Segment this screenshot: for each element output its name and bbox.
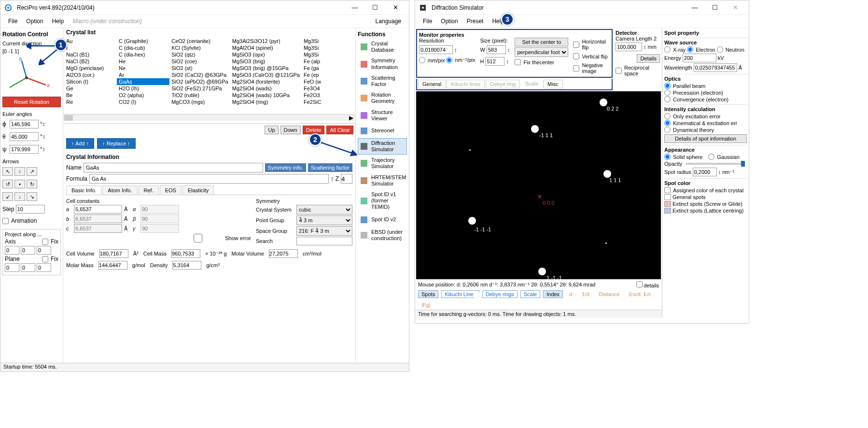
function-item[interactable]: Rotation Geometry (358, 90, 407, 106)
sim-tab-scale[interactable]: Scale (521, 80, 542, 88)
camera-length-input[interactable] (616, 43, 642, 51)
crystal-list-item[interactable]: SiO2 (coe) (169, 58, 230, 65)
crystal-list-item[interactable]: MgSiO3 (brig) @15GPa (230, 65, 302, 71)
center-dot[interactable]: • (14, 180, 25, 188)
plane-fix-checkbox[interactable] (42, 256, 48, 262)
precession-radio[interactable] (664, 89, 671, 96)
neutron-radio[interactable] (717, 46, 723, 53)
negimg-checkbox[interactable] (573, 65, 579, 71)
arrow-sw[interactable]: ↙ (2, 192, 13, 201)
details-checkbox[interactable] (636, 281, 643, 287)
crystal-list-item[interactable]: MgAl2O4 (spinel) (230, 44, 302, 51)
sim-tab-kikuchi[interactable]: Kikuchi lines (447, 80, 485, 88)
axis-fix-checkbox[interactable] (42, 239, 48, 245)
minimize-button-2[interactable]: — (685, 1, 704, 14)
crystal-list-item[interactable]: H2O (Ih) (117, 85, 169, 92)
crystal-list-item[interactable]: FeO (w (302, 78, 354, 85)
display-pill[interactable]: Index (543, 290, 563, 298)
replace-button[interactable]: ↑ Replace ↑ (97, 138, 135, 149)
tab-ref[interactable]: Ref. (139, 185, 159, 195)
sim-tab-debye[interactable]: Debye ring (486, 80, 520, 88)
crystal-list-item[interactable]: SiO2 (aPbO2) @69GPa (169, 78, 230, 85)
allclear-button[interactable]: All Clear (326, 126, 353, 134)
parallel-radio[interactable] (664, 83, 671, 89)
name-input[interactable] (84, 163, 263, 172)
crystal-list-item[interactable]: Mg2SiO4 (wads) 10GPa (230, 92, 302, 99)
sim-tab-misc[interactable]: Misc (543, 80, 563, 88)
crystal-list-item[interactable]: Mg2SiO4 (ring) (230, 99, 302, 105)
crystal-list-item[interactable]: MgSiO3 (CaIrO3) @121GPa (230, 71, 302, 78)
function-item[interactable]: Crystal Database (358, 39, 407, 55)
axis-a[interactable] (5, 246, 19, 255)
crystal-system-select[interactable]: cubic (296, 205, 352, 214)
tab-basic-info[interactable]: Basic Info. (66, 185, 101, 195)
axis-c[interactable] (37, 246, 51, 255)
extinct-lattice-swatch[interactable] (664, 208, 671, 214)
resolution-input[interactable] (419, 45, 453, 54)
display-pill[interactable]: |Fg| (418, 301, 434, 309)
solid-sphere-radio[interactable] (664, 154, 671, 160)
euler-psi[interactable] (10, 145, 39, 154)
crystal-list-item[interactable]: MgSiO3 (brig) (230, 58, 302, 65)
nmpix-radio[interactable] (446, 57, 452, 63)
scattering-factor-button[interactable]: Scattering factor (308, 163, 352, 172)
show-error-checkbox[interactable] (174, 234, 222, 243)
crystal-list-item[interactable]: Re (64, 99, 117, 105)
convergence-radio[interactable] (664, 96, 671, 102)
animation-checkbox[interactable] (2, 218, 9, 224)
plane-l[interactable] (37, 263, 51, 272)
crystal-list-item[interactable]: MgSiO3 (opx) (230, 51, 302, 58)
crystal-list-item[interactable]: Fe (ga (302, 65, 354, 71)
crystal-list-item[interactable]: SiO2 (FeS2) 271GPa (169, 85, 230, 92)
formula-input[interactable] (89, 174, 329, 184)
crystal-list-item[interactable]: O2 (alpha) (117, 92, 169, 99)
crystal-list-item[interactable]: Fe2SiC (302, 99, 354, 105)
height-input[interactable] (485, 57, 504, 66)
space-group-select[interactable]: 216: F 4̄ 3 m (296, 226, 352, 236)
gaussian-radio[interactable] (708, 154, 714, 160)
function-item[interactable]: Scattering Factor (358, 73, 407, 89)
crystal-list-item[interactable]: He (117, 58, 169, 65)
crystal-list-item[interactable]: C (dia-hex) (117, 51, 169, 58)
crystal-list-item[interactable]: SiO2 (qtz) (169, 51, 230, 58)
crystal-list-item[interactable]: Be (64, 92, 117, 99)
menu-language[interactable]: Language (373, 17, 404, 26)
tab-elasticity[interactable]: Elasticity (182, 185, 214, 195)
crystal-list-item[interactable]: Mg3Si (302, 51, 354, 58)
reset-rotation-button[interactable]: Reset Rotation (2, 97, 61, 107)
electron-radio[interactable] (687, 46, 693, 53)
euler-phi[interactable] (10, 120, 39, 128)
point-group-select[interactable]: 4̄ 3 m (296, 215, 352, 225)
function-item[interactable]: Symmetry Information (358, 56, 407, 72)
tab-eos[interactable]: EOS (160, 185, 182, 195)
display-pill[interactable]: Distance (596, 290, 623, 298)
menu2-preset[interactable]: Preset (464, 17, 487, 26)
function-item[interactable]: Diffraction Simulator (358, 138, 407, 155)
crystal-list-item[interactable]: Mg3Al2Si3O12 (pyr) (230, 38, 302, 44)
rotate-cw[interactable]: ↻ (27, 180, 37, 188)
up-button[interactable]: Up (265, 126, 278, 134)
function-item[interactable]: Spot ID v1 (former TEMID) (358, 189, 407, 213)
menu-file[interactable]: File (5, 17, 20, 26)
wavelength-input[interactable] (694, 63, 737, 72)
assigned-color-checkbox[interactable] (664, 187, 671, 193)
close-button[interactable]: ✕ (386, 1, 405, 14)
simulation-canvas[interactable]: ✕ 0 0 0 0 2 2-1 1 11 1 1-1 -1 -11 -1 -10… (416, 91, 661, 279)
excit-err-radio[interactable] (664, 113, 671, 119)
menu2-file[interactable]: File (420, 17, 435, 26)
arrow-ne[interactable]: ↗ (27, 167, 37, 176)
crystal-list-item[interactable]: GaAs (117, 78, 169, 85)
display-pill[interactable]: Debye rings (482, 290, 518, 298)
minimize-button[interactable]: — (345, 1, 364, 14)
reciprocal-checkbox[interactable] (616, 68, 622, 74)
display-pill[interactable]: Excit. Err. (626, 290, 655, 298)
crystal-list-item[interactable]: C (Graphite) (117, 38, 169, 44)
crystal-list-item[interactable]: MgCO3 (mgs) (169, 99, 230, 105)
menu-option[interactable]: Option (23, 17, 46, 26)
hflip-checkbox[interactable] (573, 42, 579, 48)
display-pill[interactable]: Spots (418, 290, 438, 298)
crystal-list-item[interactable]: Ge (64, 85, 117, 92)
display-pill[interactable]: d (566, 290, 575, 298)
opacity-slider[interactable] (686, 163, 745, 165)
down-button[interactable]: Down (280, 126, 301, 134)
